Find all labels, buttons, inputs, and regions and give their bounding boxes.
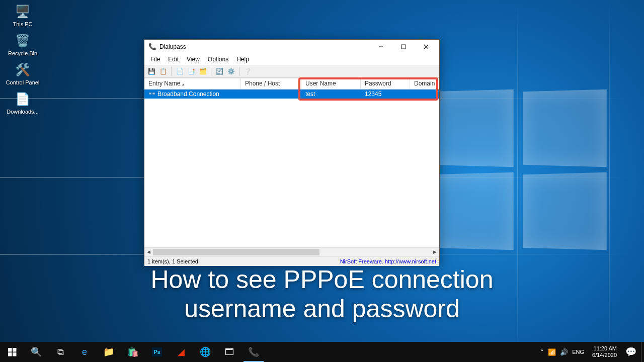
tray-volume-icon[interactable]: 🔊 — [560, 348, 568, 356]
taskbar-photoshop[interactable]: Ps — [145, 342, 169, 362]
taskbar-adobe[interactable]: ◢ — [169, 342, 193, 362]
column-domain[interactable]: Domain — [410, 78, 438, 89]
svg-rect-5 — [152, 93, 155, 95]
task-view-icon: ⧉ — [57, 347, 64, 357]
window-title: Dialupass — [159, 43, 369, 50]
connection-icon — [148, 90, 155, 98]
taskbar-clock[interactable]: 11:20 AM 6/14/2020 — [588, 345, 621, 358]
ps-icon: Ps — [152, 347, 162, 356]
notification-icon: 💬 — [625, 346, 636, 357]
chrome-icon: 🌐 — [200, 346, 211, 357]
toolbar-about-button[interactable]: ❔ — [243, 66, 253, 76]
svg-rect-4 — [149, 93, 151, 95]
desktop-icon-this-pc[interactable]: 🖥️ This PC — [5, 3, 40, 27]
scroll-thumb[interactable] — [153, 249, 319, 255]
control-panel-icon: 🛠️ — [14, 61, 31, 78]
toolbar-copy-button[interactable]: 📄 — [175, 66, 185, 76]
dialupass-window: 📞 Dialupass File Edit View Options Help … — [144, 39, 440, 264]
desktop-icon-label: Downloads... — [5, 109, 40, 115]
column-user-name[interactable]: User Name — [301, 78, 361, 89]
column-entry-name[interactable]: Entry Name▴ — [144, 78, 241, 89]
desktop-icon-downloads[interactable]: 📄 Downloads... — [5, 90, 40, 115]
titlebar[interactable]: 📞 Dialupass — [144, 40, 439, 54]
column-phone-host[interactable]: Phone / Host — [241, 78, 301, 89]
taskbar: 🔍 ⧉ e 📁 🛍️ Ps ◢ 🌐 🗔 📞 ˄ 📶 🔊 ENG 11:20 AM… — [0, 342, 644, 362]
toolbar-options-button[interactable]: ⚙️ — [226, 66, 236, 76]
refresh-icon: 🔄 — [216, 68, 223, 75]
recycle-icon: 🗑️ — [14, 32, 31, 49]
adobe-icon: ◢ — [178, 346, 185, 357]
close-button[interactable] — [415, 40, 437, 54]
menu-file[interactable]: File — [146, 55, 164, 64]
status-link[interactable]: NirSoft Freeware. http://www.nirsoft.net — [340, 258, 436, 264]
table-row[interactable]: Broadband Connection test 12345 — [144, 89, 439, 99]
windows-icon — [8, 348, 17, 356]
wallpaper-windows-logo — [428, 90, 614, 251]
sort-asc-icon: ▴ — [182, 82, 184, 86]
status-item-count: 1 item(s), 1 Selected — [147, 258, 198, 264]
menu-help[interactable]: Help — [232, 55, 253, 64]
toolbar-separator — [239, 67, 239, 76]
desktop-icon-label: Recycle Bin — [5, 50, 40, 56]
minimize-button[interactable] — [369, 40, 392, 54]
close-icon — [424, 44, 429, 49]
menu-options[interactable]: Options — [204, 55, 232, 64]
desktop-icons: 🖥️ This PC 🗑️ Recycle Bin 🛠️ Control Pan… — [5, 3, 40, 120]
toolbar-copy2-button[interactable]: 📑 — [186, 66, 196, 76]
desktop-icon-label: Control Panel — [5, 79, 40, 85]
toolbar: 💾 📋 📄 📑 🗂️ 🔄 ⚙️ ❔ — [144, 65, 439, 78]
minimize-icon — [378, 44, 383, 49]
task-view-button[interactable]: ⧉ — [48, 342, 72, 362]
dialupass-icon: 📞 — [248, 346, 259, 357]
options-icon: ⚙️ — [227, 68, 235, 75]
taskbar-explorer[interactable]: 📁 — [97, 342, 121, 362]
menubar: File Edit View Options Help — [144, 54, 439, 65]
app-icon: 📞 — [148, 43, 156, 51]
search-button[interactable]: 🔍 — [24, 342, 48, 362]
svg-rect-8 — [13, 348, 17, 352]
cell-entry-name: Broadband Connection — [144, 90, 241, 99]
props-icon: 📋 — [159, 68, 167, 75]
toolbar-save-button[interactable]: 💾 — [146, 66, 156, 76]
taskbar-dialupass[interactable]: 📞 — [242, 342, 266, 362]
horizontal-scrollbar[interactable]: ◀ ▶ — [144, 247, 439, 256]
tray-language-icon[interactable]: ENG — [572, 349, 584, 355]
toolbar-properties-button[interactable]: 📋 — [158, 66, 168, 76]
cell-password: 12345 — [361, 90, 410, 98]
menu-view[interactable]: View — [183, 55, 204, 64]
toolbar-refresh-button[interactable]: 🔄 — [214, 66, 224, 76]
taskbar-chrome[interactable]: 🌐 — [193, 342, 217, 362]
scroll-right-icon[interactable]: ▶ — [431, 248, 439, 256]
store-icon: 🛍️ — [127, 346, 138, 357]
copy-icon: 📄 — [176, 68, 184, 75]
cell-phone — [241, 94, 301, 95]
tray-network-icon[interactable]: 📶 — [548, 348, 556, 356]
taskbar-edge[interactable]: e — [72, 342, 97, 362]
clock-date: 6/14/2020 — [592, 352, 617, 358]
system-tray: ˄ 📶 🔊 ENG — [536, 348, 588, 356]
find-icon: 🗂️ — [199, 68, 207, 75]
menu-edit[interactable]: Edit — [164, 55, 183, 64]
desktop-icon-label: This PC — [5, 21, 40, 27]
action-center-button[interactable]: 💬 — [621, 342, 641, 362]
toolbar-find-button[interactable]: 🗂️ — [198, 66, 208, 76]
maximize-icon — [401, 44, 406, 49]
search-icon: 🔍 — [31, 346, 42, 357]
taskbar-app1[interactable]: 🗔 — [217, 342, 242, 362]
pc-icon: 🖥️ — [14, 3, 31, 20]
toolbar-separator — [171, 67, 172, 76]
column-password[interactable]: Password — [361, 78, 410, 89]
edge-icon: e — [82, 347, 87, 357]
taskbar-store[interactable]: 🛍️ — [121, 342, 145, 362]
maximize-button[interactable] — [392, 40, 415, 54]
desktop-icon-recycle-bin[interactable]: 🗑️ Recycle Bin — [5, 32, 40, 56]
folder-icon: 📁 — [103, 346, 114, 357]
about-icon: ❔ — [244, 68, 252, 75]
show-desktop-button[interactable] — [641, 342, 644, 362]
svg-rect-1 — [401, 45, 406, 49]
scroll-left-icon[interactable]: ◀ — [144, 248, 153, 256]
desktop-icon-control-panel[interactable]: 🛠️ Control Panel — [5, 61, 40, 85]
start-button[interactable] — [0, 342, 24, 362]
tray-expand-icon[interactable]: ˄ — [540, 348, 544, 356]
svg-rect-10 — [13, 352, 17, 356]
